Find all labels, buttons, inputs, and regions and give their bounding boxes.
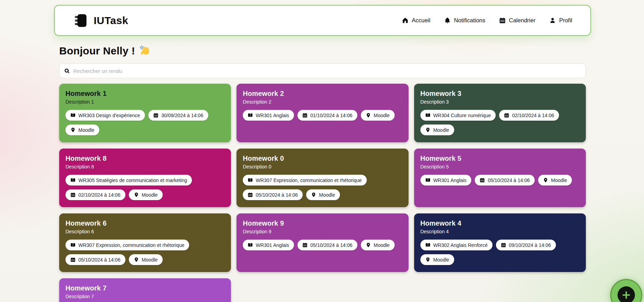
- badge-label: WR301 Anglais: [256, 113, 289, 118]
- badge-label: 05/10/2024 à 14:06: [256, 192, 298, 197]
- pin-icon: [311, 192, 316, 197]
- homework-card[interactable]: Homework 8 Description 8 WR305 Stratégie…: [59, 149, 231, 207]
- badge: 05/10/2024 à 14:06: [65, 254, 125, 265]
- card-title: Homework 3: [420, 90, 580, 98]
- book-icon: [70, 178, 76, 183]
- homework-card[interactable]: Homework 5 Description 5 WR301 Anglais 0…: [414, 149, 586, 207]
- card-title: Homework 1: [65, 90, 225, 98]
- pin-icon: [134, 192, 139, 197]
- logo[interactable]: IUTask: [73, 13, 128, 29]
- calendar-icon: [501, 242, 506, 248]
- calendar-icon: [504, 113, 509, 118]
- badge: 09/10/2024 à 14:06: [496, 240, 556, 250]
- homework-card[interactable]: Homework 1 Description 1 WR303 Design d'…: [59, 84, 231, 142]
- badge: 05/10/2024 à 14:06: [475, 175, 535, 186]
- calendar-icon: [302, 113, 308, 118]
- book-icon: [248, 242, 253, 248]
- badge: WR301 Anglais: [243, 240, 294, 250]
- badge-label: 30/09/2024 à 14:06: [161, 113, 203, 118]
- homework-card[interactable]: Homework 9 Description 9 WR301 Anglais 0…: [236, 213, 408, 272]
- homework-card[interactable]: Homework 4 Description 4 WR302 Anglais R…: [414, 213, 586, 272]
- badge: WR307 Expression, communication et rhéto…: [65, 240, 189, 250]
- badge-list: WR303 Design d'expérience 30/09/2024 à 1…: [65, 110, 225, 135]
- card-title: Homework 8: [65, 154, 225, 163]
- homework-card[interactable]: Homework 2 Description 2 WR301 Anglais 0…: [236, 84, 408, 142]
- badge: 30/09/2024 à 14:06: [148, 110, 208, 121]
- badge: Moodle: [420, 124, 454, 135]
- pin-icon: [543, 178, 548, 183]
- badge-label: 09/10/2024 à 14:06: [509, 243, 551, 248]
- search-input[interactable]: [73, 68, 581, 74]
- badge: WR302 Anglais Renforcé: [420, 240, 492, 250]
- badge-label: 02/10/2024 à 14:06: [78, 192, 121, 197]
- badge-list: WR301 Anglais 05/10/2024 à 14:06 Moodle: [243, 240, 402, 250]
- badge-label: WR304 Culture numérique: [433, 113, 491, 118]
- badge: Moodle: [129, 254, 163, 265]
- nav-label: Calendrier: [509, 17, 535, 24]
- card-description: Description 2: [243, 99, 402, 105]
- calendar-icon: [70, 257, 76, 262]
- badge: WR301 Anglais: [420, 175, 472, 186]
- calendar-icon: [153, 113, 158, 118]
- calendar-icon: [302, 242, 308, 248]
- app-title: IUTask: [94, 15, 128, 27]
- calendar-icon: [480, 178, 485, 183]
- badge-label: Moodle: [319, 192, 335, 197]
- badge-label: Moodle: [142, 257, 158, 262]
- nav-label: Notifications: [454, 17, 485, 24]
- book-icon: [425, 113, 430, 118]
- page: IUTask Accueil Notifications Calendrier …: [0, 0, 644, 302]
- badge-list: WR301 Anglais 05/10/2024 à 14:06 Moodle: [420, 175, 580, 186]
- plus-icon: [618, 286, 635, 302]
- homework-card[interactable]: Homework 6 Description 6 WR307 Expressio…: [59, 213, 231, 272]
- homework-card[interactable]: Homework 3 Description 3 WR304 Culture n…: [414, 84, 586, 142]
- badge: 02/10/2024 à 14:06: [499, 110, 559, 121]
- page-title: Bonjour Nelly !: [59, 45, 135, 57]
- pin-icon: [70, 127, 76, 133]
- search-bar: [59, 63, 586, 78]
- nav-label: Profil: [559, 17, 572, 24]
- badge-label: 01/10/2024 à 14:06: [310, 113, 352, 118]
- badge-label: Moodle: [433, 257, 449, 262]
- main-nav: Accueil Notifications Calendrier Profil: [402, 17, 572, 24]
- badge-list: WR301 Anglais 01/10/2024 à 14:06 Moodle: [243, 110, 402, 121]
- badge-label: WR305 Stratégies de communication et mar…: [78, 178, 187, 183]
- book-icon: [248, 113, 253, 118]
- card-description: Description 8: [65, 164, 225, 169]
- badge: Moodle: [538, 175, 572, 186]
- badge-label: Moodle: [433, 128, 449, 133]
- pin-icon: [425, 257, 430, 262]
- card-title: Homework 7: [65, 284, 225, 292]
- badge: 01/10/2024 à 14:06: [297, 110, 357, 121]
- pin-icon: [425, 127, 430, 133]
- header: IUTask Accueil Notifications Calendrier …: [54, 5, 591, 36]
- badge: WR301 Anglais: [243, 110, 294, 121]
- card-description: Description 9: [243, 229, 402, 234]
- nav-item-calendrier[interactable]: Calendrier: [499, 17, 535, 24]
- calendar-icon: [499, 17, 506, 24]
- badge: Moodle: [129, 189, 163, 200]
- homework-card[interactable]: Homework 0 Description 0 WR307 Expressio…: [236, 149, 408, 207]
- badge: Moodle: [420, 254, 454, 265]
- nav-item-accueil[interactable]: Accueil: [402, 17, 430, 24]
- badge-label: Moodle: [374, 243, 390, 248]
- badge: Moodle: [361, 110, 395, 121]
- badge: WR305 Stratégies de communication et mar…: [65, 175, 192, 186]
- badge-label: 02/10/2024 à 14:06: [512, 113, 554, 118]
- homework-card[interactable]: Homework 7 Description 7: [59, 278, 231, 302]
- calendar-icon: [70, 192, 76, 197]
- profile-icon: [549, 17, 556, 24]
- badge-label: WR302 Anglais Renforcé: [433, 243, 488, 248]
- nav-item-notifications[interactable]: Notifications: [444, 17, 485, 24]
- badge-label: WR307 Expression, communication et rhéto…: [78, 243, 184, 248]
- badge: Moodle: [306, 189, 340, 200]
- badge-label: Moodle: [551, 178, 567, 183]
- card-title: Homework 6: [65, 219, 225, 227]
- home-icon: [402, 17, 409, 24]
- greeting: Bonjour Nelly !: [59, 45, 586, 57]
- book-icon: [70, 113, 76, 118]
- pin-icon: [366, 113, 371, 118]
- card-title: Homework 9: [243, 219, 402, 227]
- badge-label: Moodle: [78, 128, 94, 133]
- nav-item-profil[interactable]: Profil: [549, 17, 572, 24]
